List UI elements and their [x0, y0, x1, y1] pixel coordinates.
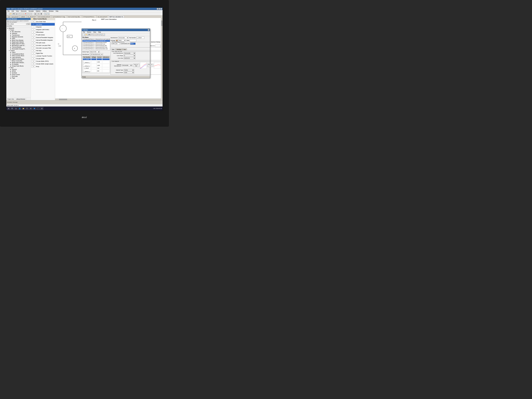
edge-btn[interactable]: 🌐: [18, 107, 21, 110]
tab-winding[interactable]: Winding: [116, 49, 122, 50]
restore-button[interactable]: □: [158, 8, 160, 10]
style-input[interactable]: [130, 39, 136, 41]
tree-digital[interactable]: ▶ Digital Control Modu...: [10, 58, 30, 60]
store-btn[interactable]: 🔷: [33, 107, 36, 110]
print-button[interactable]: 🖨: [15, 13, 18, 15]
h-scroll-thumb[interactable]: [59, 99, 67, 100]
tree-mech-loads[interactable]: ▶ Mechanical Loads an...: [10, 44, 30, 46]
mat-mfr-select[interactable]: Ferroxcube: [122, 64, 132, 66]
copy-button[interactable]: 📋: [21, 13, 24, 15]
redo-button[interactable]: ↪: [30, 13, 32, 15]
tree-event[interactable]: ▶ Event Control: [10, 74, 30, 76]
manufacturer-select[interactable]: Ferroxcube: [118, 37, 129, 39]
file-item-semeikon[interactable]: D:\Powersim\PSim11.1.2\Device\Semeikon.d…: [82, 48, 110, 50]
tree-logic[interactable]: ▶ Logic Elements: [10, 57, 30, 58]
el-cbs[interactable]: CBS Circular Buffer (single-output): [31, 63, 55, 65]
paste-button[interactable]: 📌: [24, 13, 27, 15]
core-size-select[interactable]: E42/21/15: [124, 57, 135, 59]
el-ext-int[interactable]: ERI External Resetable Integrator: [31, 36, 55, 39]
menu-file[interactable]: File: [7, 10, 10, 12]
v-scroll-thumb[interactable]: [161, 21, 162, 26]
pcd-btn7[interactable]: 🔍: [100, 33, 102, 36]
l-estimated-input[interactable]: [130, 43, 135, 45]
el-unit-delay[interactable]: UD Unit Delay: [31, 23, 55, 25]
pcd-new-btn[interactable]: 📄: [82, 33, 85, 36]
menu-window[interactable]: Window: [48, 10, 54, 12]
part-number-input[interactable]: [136, 37, 144, 39]
pcd-menu-help[interactable]: Help: [98, 32, 101, 33]
start-button[interactable]: ⊞: [7, 107, 10, 110]
tree-design-suite[interactable]: ▶ Design Suite Blocks: [10, 65, 30, 67]
core-shape-select[interactable]: E: [124, 55, 135, 57]
el-pid[interactable]: PID PID (with reset): [31, 41, 55, 44]
tree-symbols[interactable]: ▶ Symbols: [10, 72, 30, 74]
el-ztf[interactable]: Z z-domain Transfer Function: [31, 55, 55, 57]
pause-button[interactable]: ⏸: [37, 13, 40, 15]
cut-button[interactable]: ✂: [18, 13, 21, 15]
el-cb[interactable]: CB Circular Buffer: [31, 57, 55, 60]
tab-gap[interactable]: Gap: [122, 49, 127, 50]
open-button[interactable]: 📂: [10, 13, 12, 15]
minimize-button[interactable]: _: [157, 8, 158, 10]
el-integrator-lim[interactable]: ∫L Integrator (with limiter): [31, 28, 55, 31]
menu-utilities[interactable]: Utilities: [42, 10, 47, 12]
menu-help[interactable]: Help: [55, 10, 59, 12]
tree-magcoupler-rt[interactable]: ▶ MagCoupler-RT Mod...: [10, 43, 30, 44]
mail-btn[interactable]: ✉: [29, 107, 32, 110]
el-integrator[interactable]: ∫ Integrator: [31, 25, 55, 28]
el-fir[interactable]: FIR FIR Filter: [31, 49, 55, 52]
zoom-in-button[interactable]: 🔍: [44, 13, 47, 15]
part-row-4[interactable]: * L_150uH 150: [83, 67, 110, 69]
file-item-igbt-fill[interactable]: D:\Powersim\PSim11.1.2\Device\IGBT-fill.…: [82, 42, 110, 43]
defender-btn[interactable]: 🛡: [25, 107, 29, 110]
run-button[interactable]: ▶: [34, 13, 37, 15]
tree-sources[interactable]: ▶ Sources: [10, 69, 30, 70]
tree-spice[interactable]: ▶ SPICE: [10, 70, 30, 72]
el-cbf[interactable]: CBF Circular Buffer (FIFO): [31, 60, 55, 63]
pcd-btn5[interactable]: 📋: [94, 33, 96, 36]
tree-switches[interactable]: ▶ Switches: [10, 33, 30, 34]
tab-sub-buck[interactable]: sub_buck.psimsch: [96, 16, 108, 18]
package-select[interactable]: Basic: [118, 39, 126, 41]
menu-options[interactable]: Options: [35, 10, 41, 12]
tree-magnetic[interactable]: ▶ Magnetic Elements: [10, 36, 30, 38]
tree-elements[interactable]: ▼ Elements: [6, 27, 30, 29]
file-item-diode[interactable]: D:\Powersim\PSim11.1.2\Device\diode.dev: [82, 40, 110, 42]
tree-renewable[interactable]: ▶ Renewable Energy M...: [10, 48, 30, 50]
stop-button[interactable]: ⏹: [40, 13, 43, 15]
tree-page[interactable]: ▶ Page: [10, 77, 30, 79]
tree-filters[interactable]: ▶ Filters: [10, 51, 30, 53]
menu-edit[interactable]: Edit: [11, 10, 14, 12]
tab-buck-main[interactable]: buck - main.psimsch: [7, 16, 19, 18]
tree-motor-ctrl[interactable]: ▼ Motor Control Blo...: [10, 60, 30, 62]
tab-transformer[interactable]: 1-ph transformer in mag...: [51, 16, 67, 18]
part-row-1[interactable]: ** L_100uH: [83, 58, 110, 60]
tree-pil[interactable]: ▶ PIL Module: [10, 63, 30, 65]
file-item-inductor[interactable]: D:\Powersim\PSim11.1.2\Device\Inductor.d…: [82, 45, 110, 46]
tab-rms[interactable]: rms_dil.psimsch: [26, 16, 37, 18]
tree-control[interactable]: ▼ Control: [8, 50, 30, 51]
manufacturer2-select[interactable]: [All Manufacturers] Ferroxcube: [90, 53, 103, 55]
el-zero-order-hold[interactable]: ZOH Zero-Order Hold: [31, 20, 55, 23]
tab-powersim[interactable]: D:\Powersim\PSim11...: [82, 16, 96, 18]
canvas-h-scrollbar[interactable]: [55, 99, 161, 100]
mat-name-select[interactable]: 3C93: [124, 71, 134, 74]
canvas-v-scrollbar[interactable]: [161, 18, 163, 100]
el-lpf1[interactable]: LPF 1st-order Low-pass Filter: [31, 44, 55, 47]
menu-simulate[interactable]: Simulate: [28, 10, 34, 12]
pcd-btn4[interactable]: ✂: [91, 33, 93, 36]
l-uh-input[interactable]: [115, 43, 120, 45]
find-button[interactable]: Find: [26, 23, 30, 25]
core-mfr-select[interactable]: Ferroxcube: [124, 52, 135, 54]
tree-motor-drive[interactable]: ▶ Motor Drive Module: [10, 39, 30, 41]
pcd-save-btn[interactable]: 💾: [88, 33, 90, 36]
file-item-core[interactable]: D:\Powersim\PSim11.1.2\Device\Core and m…: [82, 38, 110, 40]
file-item-igbt[interactable]: D:\Powersim\PSim11.1.2\Device\IGBT.dev: [82, 43, 110, 45]
device-type-select[interactable]: INDUCTOR: [89, 51, 100, 53]
close-button[interactable]: ×: [160, 8, 162, 10]
menu-view[interactable]: View: [15, 10, 19, 12]
settings-btn[interactable]: ⚙: [40, 107, 44, 110]
pcd-btn6[interactable]: ↩: [97, 33, 99, 36]
tree-simcoder[interactable]: ▼ SimCoder: [10, 76, 30, 77]
task-view-btn[interactable]: 🗂: [14, 107, 18, 110]
